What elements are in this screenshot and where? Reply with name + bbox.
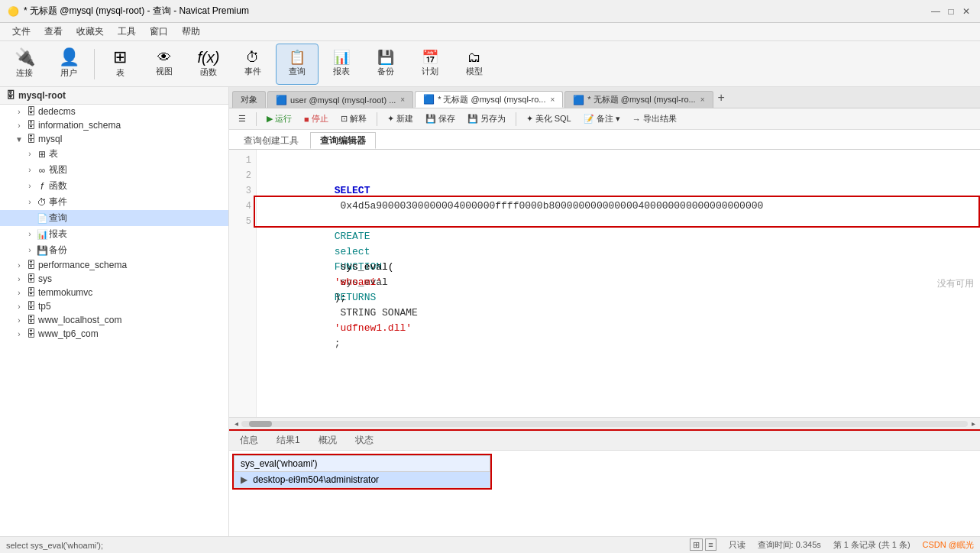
grid-icon-2[interactable]: ≡ [705, 538, 716, 551]
line-num-5: 5 [229, 214, 256, 229]
result-tab-overview[interactable]: 概况 [312, 432, 343, 448]
toolbar-connect[interactable]: 🔌 连接 [3, 44, 46, 85]
query-label: 查询 [289, 66, 306, 77]
menu-help[interactable]: 帮助 [176, 24, 206, 40]
minimize-button[interactable]: — [930, 5, 942, 18]
db-icon: 🗄 [24, 134, 38, 144]
toolbar-table[interactable]: ⊞ 表 [99, 44, 141, 85]
save-button[interactable]: 💾 保存 [421, 112, 460, 126]
sidebar-item-www-localhost[interactable]: › 🗄 www_localhost_com [0, 313, 228, 327]
status-left: select sys_eval('whoami'); [6, 541, 103, 550]
tab-close-icon[interactable]: × [700, 95, 705, 104]
toggle-icon: › [14, 302, 24, 311]
tab-user[interactable]: 🟦 user @mysql (mysql-root) ... × [267, 91, 413, 108]
export-button[interactable]: → 导出结果 [628, 112, 681, 126]
sidebar-item-report[interactable]: › 📊 报表 [0, 226, 228, 242]
menu-window[interactable]: 窗口 [144, 24, 174, 40]
menu-view[interactable]: 查看 [38, 24, 69, 40]
explain-icon: ⊡ [341, 114, 348, 124]
explain-button[interactable]: ⊡ 解释 [336, 112, 371, 126]
sidebar-item-mysql[interactable]: ▼ 🗄 mysql [0, 132, 228, 146]
stop-button[interactable]: ■ 停止 [299, 112, 333, 126]
title-bar-controls[interactable]: — □ ✕ [930, 5, 972, 18]
new-tab-icon[interactable]: + [718, 91, 725, 105]
sidebar-item-function[interactable]: › f 函数 [0, 178, 228, 194]
hamburger-menu[interactable]: ☰ [234, 112, 251, 125]
toggle-icon: › [14, 316, 24, 325]
user-label: 用户 [60, 67, 77, 79]
query-time: 查询时间: 0.345s [758, 539, 821, 551]
status-bar: select sys_eval('whoami'); ⊞ ≡ 只读 查询时间: … [0, 536, 980, 553]
sidebar-item-sys[interactable]: › 🗄 sys [0, 272, 228, 286]
menu-favorites[interactable]: 收藏夹 [70, 24, 110, 40]
current-query-text: select sys_eval('whoami'); [6, 541, 103, 550]
toolbar-event[interactable]: ⏱ 事件 [231, 44, 274, 85]
connect-label: 连接 [16, 67, 33, 79]
save-as-button[interactable]: 💾 另存为 [463, 112, 510, 126]
sidebar-item-dedecms[interactable]: › 🗄 dedecms [0, 105, 228, 118]
model-label: 模型 [466, 66, 483, 77]
line-num-3: 3 [229, 183, 256, 199]
function-label: 函数 [200, 66, 217, 78]
toggle-icon: › [14, 330, 24, 338]
grid-icon-1[interactable]: ⊞ [690, 538, 703, 551]
tab-close-icon[interactable]: × [400, 95, 405, 104]
h-scrollbar[interactable]: ◂ ▸ [229, 417, 980, 429]
sub-tab-create[interactable]: 查询创建工具 [234, 132, 309, 149]
code-editor[interactable]: 1 2 3 4 5 SELECT 0x4d5a90000300000004000… [229, 150, 980, 417]
sub-tab-editor[interactable]: 查询编辑器 [310, 132, 376, 149]
view-icon: 👁 [157, 50, 171, 64]
toolbar-model[interactable]: 🗂 模型 [453, 44, 496, 85]
sidebar-item-temmokumvc[interactable]: › 🗄 temmokumvc [0, 286, 228, 299]
scroll-track[interactable] [241, 421, 968, 427]
close-button[interactable]: ✕ [960, 5, 972, 18]
sidebar-item-query[interactable]: 📄 查询 [0, 210, 228, 226]
sidebar-item-information-schema[interactable]: › 🗄 information_schema [0, 118, 228, 132]
result-tab-info[interactable]: 信息 [234, 432, 264, 448]
scroll-right[interactable]: ▸ [968, 419, 978, 428]
toolbar-report[interactable]: 📊 报表 [320, 44, 363, 85]
toolbar-schedule[interactable]: 📅 计划 [409, 44, 451, 85]
sidebar-item-www-tp6[interactable]: › 🗄 www_tp6_com [0, 327, 228, 341]
item-label: temmokumvc [38, 287, 225, 298]
string-literal: 'udfnew1.dll' [335, 322, 412, 334]
maximize-button[interactable]: □ [945, 5, 957, 18]
table-row-1[interactable]: ▶ desktop-ei9m504\administrator [234, 472, 490, 488]
result-tab-status[interactable]: 状态 [349, 432, 380, 448]
result-tab-result1[interactable]: 结果1 [270, 432, 306, 448]
toolbar-view[interactable]: 👁 视图 [143, 44, 186, 85]
db-icon: 🗄 [24, 260, 38, 270]
sidebar-item-table[interactable]: › ⊞ 表 [0, 146, 228, 162]
menu-file[interactable]: 文件 [6, 24, 37, 40]
tab-close-icon[interactable]: × [550, 95, 555, 104]
sidebar-item-view[interactable]: › ∞ 视图 [0, 162, 228, 178]
query-action-bar: ☰ ▶ 运行 ■ 停止 ⊡ 解释 ✦ 新建 💾 保存 [229, 108, 980, 130]
toolbar-function[interactable]: f(x) 函数 [187, 44, 230, 85]
toolbar-backup[interactable]: 💾 备份 [364, 44, 407, 85]
menu-tools[interactable]: 工具 [112, 24, 142, 40]
scroll-thumb[interactable] [249, 421, 272, 427]
sidebar-item-tp5[interactable]: › 🗄 tp5 [0, 299, 228, 313]
toolbar-query[interactable]: 📋 查询 [276, 44, 319, 85]
db-icon: 🗄 [24, 106, 38, 117]
sidebar-item-event[interactable]: › ⏱ 事件 [0, 194, 228, 210]
event-icon: ⏱ [35, 197, 49, 208]
db-icon: 🗄 [24, 287, 38, 298]
user-icon: 👤 [59, 49, 79, 66]
export-label: 导出结果 [643, 113, 677, 125]
view-icon: ∞ [35, 165, 49, 176]
toggle-icon: › [14, 261, 24, 270]
tab-query-active[interactable]: 🟦 * 无标题 @mysql (mysql-ro... × [415, 91, 563, 108]
beautify-icon: ✦ [526, 114, 533, 124]
new-button[interactable]: ✦ 新建 [383, 112, 418, 126]
scroll-left[interactable]: ◂ [231, 419, 241, 428]
tab-object[interactable]: 对象 [232, 91, 266, 108]
run-button[interactable]: ▶ 运行 [262, 112, 296, 126]
beautify-button[interactable]: ✦ 美化 SQL [522, 112, 576, 126]
tab-query-2[interactable]: 🟦 * 无标题 @mysql (mysql-ro... × [564, 91, 713, 108]
toolbar-user[interactable]: 👤 用户 [47, 44, 90, 85]
sidebar-item-performance-schema[interactable]: › 🗄 performance_schema [0, 258, 228, 272]
sidebar-item-backup[interactable]: › 💾 备份 [0, 242, 228, 258]
save-as-label: 另存为 [480, 113, 506, 125]
annotate-button[interactable]: 📝 备注 ▾ [579, 112, 625, 126]
